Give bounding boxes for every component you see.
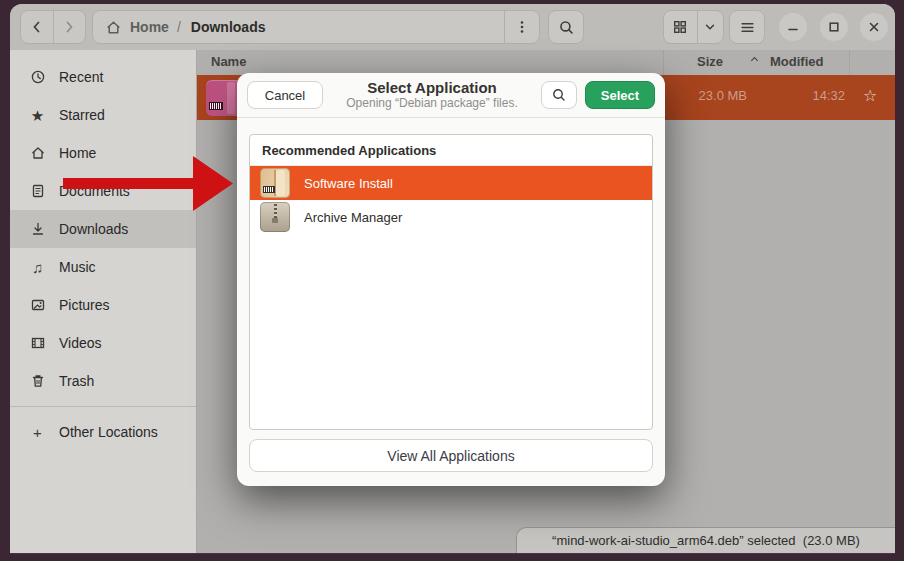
maximize-icon: [827, 20, 841, 34]
sidebar-label: Other Locations: [59, 424, 158, 440]
home-icon: [29, 145, 46, 162]
dialog-subtitle: Opening “Debian package” files.: [323, 97, 541, 111]
column-divider: [849, 50, 850, 75]
minimize-icon: [786, 20, 800, 34]
icon-detail: [227, 82, 235, 114]
grid-view-button[interactable]: [664, 11, 697, 43]
app-row-archive-manager[interactable]: Archive Manager: [250, 200, 652, 234]
app-name: Software Install: [304, 176, 393, 191]
dialog-header: Cancel Select Application Opening “Debia…: [237, 73, 665, 118]
sidebar-item-recent[interactable]: Recent: [10, 58, 196, 96]
application-list: Recommended Applications Software Instal…: [249, 134, 653, 430]
minimize-button[interactable]: [779, 13, 807, 41]
close-button[interactable]: [860, 13, 888, 41]
sidebar-item-starred[interactable]: ★ Starred: [10, 96, 196, 134]
sidebar-label: Trash: [59, 373, 94, 389]
sidebar-label: Starred: [59, 107, 105, 123]
sidebar-item-documents[interactable]: Documents: [10, 172, 196, 210]
sidebar-label: Home: [59, 145, 96, 161]
file-modified-time: 14:32: [765, 88, 845, 103]
dialog-content: Recommended Applications Software Instal…: [237, 118, 665, 472]
path-menu-button[interactable]: [504, 11, 539, 43]
breadcrumb[interactable]: Home / Downloads: [92, 10, 540, 44]
forward-button[interactable]: [54, 11, 86, 43]
titlebar: Home / Downloads: [10, 4, 895, 51]
deb-package-icon: [260, 168, 290, 198]
statusbar: “mind-work-ai-studio_arm64.deb” selected…: [516, 527, 895, 553]
search-icon: [558, 19, 575, 36]
sidebar-item-pictures[interactable]: Pictures: [10, 286, 196, 324]
download-icon: [29, 221, 46, 238]
sidebar-label: Downloads: [59, 221, 128, 237]
column-header-size[interactable]: Size: [697, 54, 723, 69]
star-outline-icon[interactable]: ☆: [863, 86, 877, 105]
main-menu-button[interactable]: [729, 10, 765, 44]
chevron-down-icon: [703, 20, 717, 34]
video-icon: [29, 335, 46, 352]
document-icon: [29, 183, 46, 200]
icon-detail: [272, 218, 278, 223]
breadcrumb-root[interactable]: Home: [130, 19, 169, 35]
sidebar-label: Videos: [59, 335, 102, 351]
view-all-applications-button[interactable]: View All Applications: [249, 439, 653, 472]
file-size: 23.0 MB: [667, 88, 747, 103]
search-button[interactable]: [548, 10, 584, 44]
sidebar-label: Pictures: [59, 297, 110, 313]
clock-icon: [29, 69, 46, 86]
statusbar-text: “mind-work-ai-studio_arm64.deb” selected…: [552, 533, 860, 548]
icon-detail: [274, 204, 277, 218]
sidebar-item-downloads[interactable]: Downloads: [10, 210, 196, 248]
sidebar-label: Documents: [59, 183, 130, 199]
sidebar-item-home[interactable]: Home: [10, 134, 196, 172]
sidebar-label: Recent: [59, 69, 103, 85]
sidebar-item-other-locations[interactable]: + Other Locations: [10, 413, 196, 451]
close-icon: [867, 20, 881, 34]
dialog-search-button[interactable]: [541, 81, 577, 109]
grid-view-icon: [672, 19, 688, 35]
cancel-button[interactable]: Cancel: [247, 81, 323, 109]
view-toggle-split-button: [663, 10, 724, 44]
breadcrumb-current[interactable]: Downloads: [191, 19, 266, 35]
icon-detail: [276, 170, 285, 196]
sidebar-item-music[interactable]: ♫ Music: [10, 248, 196, 286]
view-options-button[interactable]: [698, 11, 723, 43]
icon-detail: [209, 102, 223, 110]
trash-icon: [29, 373, 46, 390]
chevron-left-icon: [29, 19, 45, 35]
back-button[interactable]: [21, 11, 53, 43]
dialog-title: Select Application: [323, 79, 541, 96]
chevron-right-icon: [61, 19, 77, 35]
music-icon: ♫: [29, 259, 46, 276]
column-header-name[interactable]: Name: [211, 54, 246, 69]
history-nav-group: [20, 10, 86, 44]
app-row-software-install[interactable]: Software Install: [250, 166, 652, 200]
star-icon: ★: [29, 107, 46, 124]
column-header-modified[interactable]: Modified: [770, 54, 823, 69]
sidebar-separator: [10, 406, 196, 407]
sidebar-item-trash[interactable]: Trash: [10, 362, 196, 400]
dialog-title-block: Select Application Opening “Debian packa…: [323, 79, 541, 110]
sidebar: Recent ★ Starred Home Documents: [10, 50, 197, 553]
desktop-background: Home / Downloads: [0, 0, 904, 561]
plus-icon: +: [29, 424, 46, 441]
kebab-menu-icon: [514, 19, 530, 35]
sidebar-item-videos[interactable]: Videos: [10, 324, 196, 362]
section-header: Recommended Applications: [250, 135, 652, 166]
column-divider: [663, 50, 664, 75]
sidebar-label: Music: [59, 259, 96, 275]
search-icon: [551, 87, 567, 103]
sort-ascending-icon: [749, 54, 760, 65]
app-name: Archive Manager: [304, 210, 402, 225]
breadcrumb-separator: /: [177, 19, 181, 35]
picture-icon: [29, 297, 46, 314]
zip-archive-icon: [260, 202, 290, 232]
select-application-dialog: Cancel Select Application Opening “Debia…: [237, 73, 665, 486]
select-button[interactable]: Select: [585, 81, 655, 109]
hamburger-menu-icon: [739, 19, 756, 36]
maximize-button[interactable]: [820, 13, 848, 41]
home-icon: [105, 19, 122, 36]
icon-detail: [263, 186, 275, 193]
